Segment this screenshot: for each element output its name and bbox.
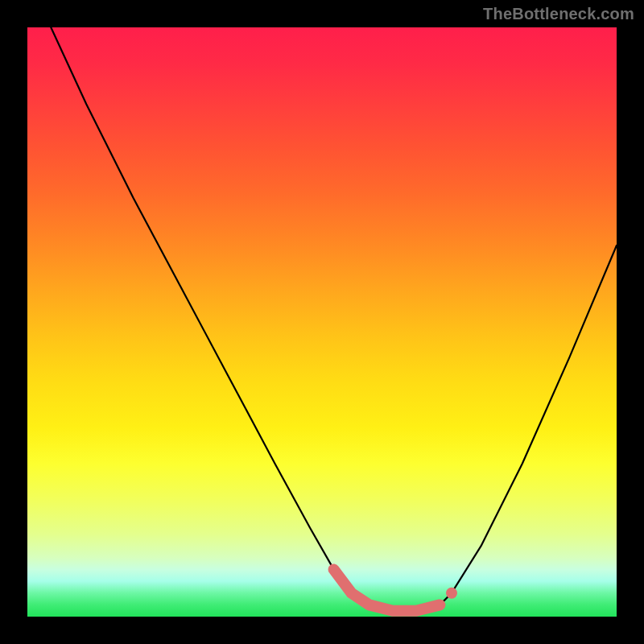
chart-stage: TheBottleneck.com bbox=[0, 0, 644, 644]
watermark-text: TheBottleneck.com bbox=[483, 5, 634, 23]
bottleneck-curve bbox=[51, 27, 617, 611]
sweet-spot-highlight bbox=[334, 569, 440, 610]
sweet-spot-dot bbox=[446, 588, 457, 599]
plot-area bbox=[27, 27, 617, 617]
curve-overlay bbox=[27, 27, 617, 617]
